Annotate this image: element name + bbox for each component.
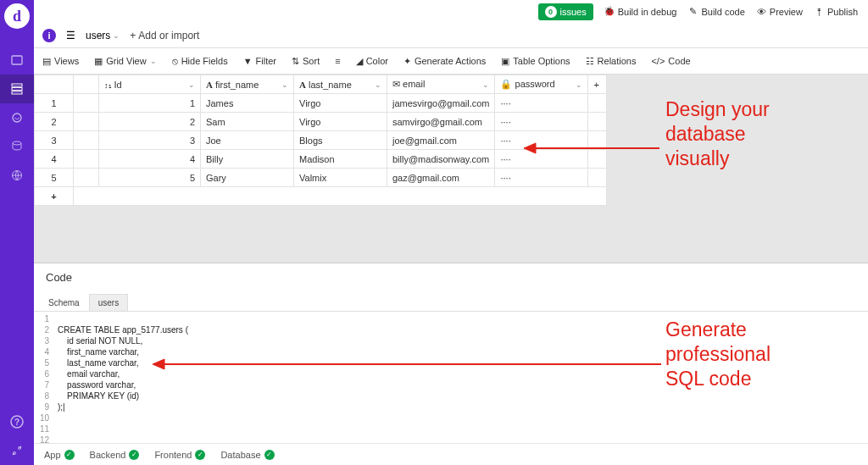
info-icon[interactable]: i: [42, 29, 56, 42]
table-selector[interactable]: users ⌄: [86, 30, 120, 42]
left-sidebar: d ?: [0, 0, 34, 465]
cell-email[interactable]: joe@gmail.com: [387, 131, 495, 150]
filter-button[interactable]: ▼Filter: [243, 56, 276, 66]
add-import-button[interactable]: + Add or import: [130, 30, 199, 42]
table-row[interactable]: 11JamesVirgojamesvirgo@gmail.com····: [35, 94, 607, 113]
cell-lastname[interactable]: Madison: [294, 150, 387, 169]
lock-icon: 🔒: [500, 79, 512, 89]
code-tabs: Schema users: [34, 291, 868, 312]
preview-button[interactable]: 👁 Preview: [757, 7, 803, 17]
menu-icon[interactable]: ☰: [66, 31, 75, 41]
cell-email[interactable]: billy@madisonway.com: [387, 150, 495, 169]
row-checkbox[interactable]: [74, 150, 99, 169]
logo: d: [4, 3, 30, 29]
row-number: 4: [35, 150, 74, 169]
footer-app[interactable]: App✓: [44, 450, 75, 460]
cell-firstname[interactable]: James: [201, 94, 294, 113]
footer-database[interactable]: Database✓: [220, 450, 274, 460]
sidebar-help-icon[interactable]: ?: [0, 407, 34, 436]
cell-email[interactable]: gaz@gmail.com: [387, 169, 495, 187]
build-code-button[interactable]: ✎ Build code: [688, 7, 744, 17]
sort-icon: ⇅: [292, 56, 299, 67]
sidebar-nav-1[interactable]: [0, 46, 34, 75]
col-em-label: email: [403, 79, 425, 89]
cell-id[interactable]: 5: [99, 169, 201, 187]
svg-point-4: [13, 113, 21, 122]
col-header-id[interactable]: ↕₁ Id⌄: [99, 75, 201, 94]
arrow-bottom-icon: [153, 356, 661, 373]
chevron-down-icon: ⌄: [482, 80, 489, 89]
row-height-button[interactable]: ≡: [335, 56, 340, 66]
table-name: users: [86, 30, 110, 42]
sidebar-settings-icon[interactable]: [0, 436, 34, 465]
col-header-email[interactable]: ✉ email⌄: [387, 75, 495, 94]
svg-rect-3: [12, 91, 22, 94]
code-button[interactable]: </>Code: [651, 56, 690, 66]
table-options-button[interactable]: ▣Table Options: [501, 56, 570, 67]
cell-password[interactable]: ····: [495, 169, 588, 187]
cell-id[interactable]: 3: [99, 131, 201, 150]
row-checkbox[interactable]: [74, 169, 99, 187]
tab-users[interactable]: users: [89, 294, 128, 311]
col-header-lastname[interactable]: A last_name⌄: [294, 75, 387, 94]
eye-off-icon: ⦸: [172, 56, 178, 67]
cell-lastname[interactable]: Virgo: [294, 113, 387, 131]
row-checkbox[interactable]: [74, 94, 99, 113]
cell-email[interactable]: samvirgo@gmail.com: [387, 113, 495, 131]
cell-id[interactable]: 2: [99, 113, 201, 131]
add-row-button[interactable]: +: [35, 187, 607, 206]
sidebar-nav-globe-icon[interactable]: [0, 161, 34, 190]
cell-lastname[interactable]: Blogs: [294, 131, 387, 150]
sidebar-nav-4[interactable]: [0, 132, 34, 161]
col-id-label: Id: [114, 80, 122, 90]
issues-button[interactable]: 0 issues: [538, 3, 593, 20]
cell-id[interactable]: 1: [99, 94, 201, 113]
rows-icon: ≡: [335, 56, 340, 66]
cell-id[interactable]: 4: [99, 150, 201, 169]
cell-lastname[interactable]: Virgo: [294, 94, 387, 113]
row-checkbox[interactable]: [74, 131, 99, 150]
cell-password[interactable]: ····: [495, 113, 588, 131]
code-label: Code: [668, 56, 690, 66]
sidebar-nav-database-icon[interactable]: [0, 75, 34, 103]
tab-schema[interactable]: Schema: [39, 294, 89, 311]
table-row[interactable]: 22SamVirgosamvirgo@gmail.com····: [35, 113, 607, 131]
cell-password[interactable]: ····: [495, 94, 588, 113]
sort-button[interactable]: ⇅Sort: [292, 56, 320, 67]
relations-label: Relations: [598, 56, 637, 66]
grid-view-label: Grid View: [106, 56, 146, 66]
publish-button[interactable]: ⭱ Publish: [815, 7, 858, 17]
cell-lastname[interactable]: Valmix: [294, 169, 387, 187]
checkbox-header[interactable]: [74, 75, 99, 94]
views-button[interactable]: ▤Views: [42, 56, 79, 67]
sidebar-nav-3[interactable]: [0, 103, 34, 132]
sort-label: Sort: [303, 56, 320, 66]
check-icon: ✓: [195, 450, 205, 460]
grid-icon: ▦: [94, 56, 103, 67]
generate-actions-button[interactable]: ✦Generate Actions: [403, 56, 486, 67]
hide-fields-button[interactable]: ⦸Hide Fields: [172, 56, 228, 67]
paint-icon: ◢: [356, 56, 363, 67]
relations-button[interactable]: ☷Relations: [586, 56, 637, 67]
cell-email[interactable]: jamesvirgo@gmail.com: [387, 94, 495, 113]
color-button[interactable]: ◢Color: [356, 56, 388, 67]
col-header-firstname[interactable]: A first_name⌄: [201, 75, 294, 94]
arrow-top-icon: [524, 140, 659, 157]
footer-backend[interactable]: Backend✓: [90, 450, 140, 460]
row-checkbox[interactable]: [74, 113, 99, 131]
cell-firstname[interactable]: Gary: [201, 169, 294, 187]
table-row[interactable]: 44BillyMadisonbilly@madisonway.com····: [35, 150, 607, 169]
cell-firstname[interactable]: Sam: [201, 113, 294, 131]
table-row[interactable]: 55GaryValmixgaz@gmail.com····: [35, 169, 607, 187]
col-fn-label: first_name: [215, 80, 259, 90]
cell-firstname[interactable]: Billy: [201, 150, 294, 169]
table-row[interactable]: 33JoeBlogsjoe@gmail.com····: [35, 131, 607, 150]
check-icon: ✓: [264, 450, 275, 460]
cell-firstname[interactable]: Joe: [201, 131, 294, 150]
grid-view-button[interactable]: ▦Grid View⌄: [94, 56, 156, 67]
col-header-password[interactable]: 🔒 password⌄: [495, 75, 588, 94]
add-column-button[interactable]: +: [588, 75, 607, 94]
build-debug-button[interactable]: 🐞 Build in debug: [605, 7, 677, 17]
main-area: 0 issues 🐞 Build in debug ✎ Build code 👁…: [34, 0, 868, 465]
footer-frontend[interactable]: Frontend✓: [154, 450, 205, 460]
